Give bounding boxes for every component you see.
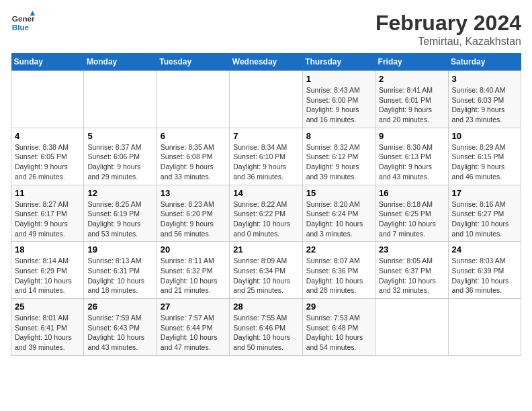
day-info: Sunrise: 8:27 AM Sunset: 6:17 PM Dayligh… (15, 199, 80, 239)
calendar-cell (375, 299, 448, 356)
day-number: 8 (306, 131, 371, 141)
calendar-week-row: 18Sunrise: 8:14 AM Sunset: 6:29 PM Dayli… (11, 242, 521, 299)
calendar-cell: 13Sunrise: 8:23 AM Sunset: 6:20 PM Dayli… (157, 185, 229, 242)
day-number: 13 (161, 188, 226, 198)
day-number: 15 (306, 188, 371, 198)
day-info: Sunrise: 8:11 AM Sunset: 6:32 PM Dayligh… (161, 256, 226, 295)
day-number: 2 (379, 74, 444, 84)
day-info: Sunrise: 8:40 AM Sunset: 6:03 PM Dayligh… (452, 85, 517, 125)
day-info: Sunrise: 8:07 AM Sunset: 6:36 PM Dayligh… (306, 256, 371, 295)
day-number: 1 (306, 74, 371, 84)
calendar-cell: 12Sunrise: 8:25 AM Sunset: 6:19 PM Dayli… (84, 185, 157, 242)
calendar-table: SundayMondayTuesdayWednesdayThursdayFrid… (11, 53, 521, 356)
weekday-label: Monday (84, 53, 157, 71)
calendar-cell: 6Sunrise: 8:35 AM Sunset: 6:08 PM Daylig… (157, 128, 229, 185)
day-number: 23 (379, 244, 444, 255)
day-number: 10 (452, 131, 517, 141)
calendar-cell: 27Sunrise: 7:57 AM Sunset: 6:44 PM Dayli… (157, 299, 229, 356)
calendar-cell: 26Sunrise: 7:59 AM Sunset: 6:43 PM Dayli… (84, 299, 157, 356)
weekday-header-row: SundayMondayTuesdayWednesdayThursdayFrid… (11, 53, 521, 71)
main-title: February 2024 (375, 11, 521, 36)
day-number: 12 (87, 188, 152, 198)
day-info: Sunrise: 8:32 AM Sunset: 6:12 PM Dayligh… (306, 142, 371, 182)
weekday-label: Wednesday (230, 53, 302, 71)
calendar-cell: 14Sunrise: 8:22 AM Sunset: 6:22 PM Dayli… (230, 185, 302, 242)
day-info: Sunrise: 8:43 AM Sunset: 6:00 PM Dayligh… (306, 85, 371, 125)
calendar-cell: 28Sunrise: 7:55 AM Sunset: 6:46 PM Dayli… (230, 299, 302, 356)
calendar-cell: 10Sunrise: 8:29 AM Sunset: 6:15 PM Dayli… (448, 128, 521, 185)
calendar-cell (11, 71, 84, 128)
day-info: Sunrise: 7:55 AM Sunset: 6:46 PM Dayligh… (233, 313, 298, 353)
day-info: Sunrise: 8:14 AM Sunset: 6:29 PM Dayligh… (15, 256, 80, 295)
day-info: Sunrise: 8:35 AM Sunset: 6:08 PM Dayligh… (161, 142, 226, 182)
calendar-cell: 15Sunrise: 8:20 AM Sunset: 6:24 PM Dayli… (302, 185, 375, 242)
day-info: Sunrise: 8:37 AM Sunset: 6:06 PM Dayligh… (87, 142, 152, 182)
day-info: Sunrise: 8:22 AM Sunset: 6:22 PM Dayligh… (233, 199, 298, 239)
weekday-label: Saturday (448, 53, 521, 71)
day-number: 28 (233, 302, 298, 312)
weekday-label: Friday (375, 53, 448, 71)
weekday-label: Thursday (302, 53, 375, 71)
day-info: Sunrise: 8:29 AM Sunset: 6:15 PM Dayligh… (452, 142, 517, 182)
day-info: Sunrise: 8:41 AM Sunset: 6:01 PM Dayligh… (379, 85, 444, 125)
day-number: 17 (452, 188, 517, 198)
day-number: 18 (15, 244, 80, 255)
calendar-cell: 20Sunrise: 8:11 AM Sunset: 6:32 PM Dayli… (157, 242, 229, 299)
day-info: Sunrise: 8:38 AM Sunset: 6:05 PM Dayligh… (15, 142, 80, 182)
calendar-week-row: 11Sunrise: 8:27 AM Sunset: 6:17 PM Dayli… (11, 185, 521, 242)
day-number: 11 (15, 188, 80, 198)
day-info: Sunrise: 8:09 AM Sunset: 6:34 PM Dayligh… (233, 256, 298, 295)
calendar-cell: 23Sunrise: 8:05 AM Sunset: 6:37 PM Dayli… (375, 242, 448, 299)
day-number: 6 (161, 131, 226, 141)
day-number: 14 (233, 188, 298, 198)
calendar-body: 1Sunrise: 8:43 AM Sunset: 6:00 PM Daylig… (11, 71, 521, 356)
day-info: Sunrise: 8:23 AM Sunset: 6:20 PM Dayligh… (161, 199, 226, 239)
calendar-cell: 22Sunrise: 8:07 AM Sunset: 6:36 PM Dayli… (302, 242, 375, 299)
day-number: 9 (379, 131, 444, 141)
day-number: 7 (233, 131, 298, 141)
logo: General Blue (11, 11, 35, 35)
calendar-cell: 5Sunrise: 8:37 AM Sunset: 6:06 PM Daylig… (84, 128, 157, 185)
calendar-cell: 17Sunrise: 8:16 AM Sunset: 6:27 PM Dayli… (448, 185, 521, 242)
day-info: Sunrise: 8:16 AM Sunset: 6:27 PM Dayligh… (452, 199, 517, 239)
calendar-cell: 3Sunrise: 8:40 AM Sunset: 6:03 PM Daylig… (448, 71, 521, 128)
calendar-cell (448, 299, 521, 356)
day-number: 3 (452, 74, 517, 84)
day-number: 22 (306, 244, 371, 255)
day-info: Sunrise: 8:05 AM Sunset: 6:37 PM Dayligh… (379, 256, 444, 295)
day-info: Sunrise: 8:03 AM Sunset: 6:39 PM Dayligh… (452, 256, 517, 295)
calendar-cell: 18Sunrise: 8:14 AM Sunset: 6:29 PM Dayli… (11, 242, 84, 299)
calendar-cell: 7Sunrise: 8:34 AM Sunset: 6:10 PM Daylig… (230, 128, 302, 185)
calendar-week-row: 1Sunrise: 8:43 AM Sunset: 6:00 PM Daylig… (11, 71, 521, 128)
weekday-label: Sunday (11, 53, 84, 71)
calendar-cell: 24Sunrise: 8:03 AM Sunset: 6:39 PM Dayli… (448, 242, 521, 299)
day-number: 24 (452, 244, 517, 255)
day-number: 21 (233, 244, 298, 255)
weekday-label: Tuesday (157, 53, 229, 71)
svg-marker-2 (30, 11, 35, 15)
day-number: 4 (15, 131, 80, 141)
day-info: Sunrise: 8:34 AM Sunset: 6:10 PM Dayligh… (233, 142, 298, 182)
calendar-cell: 25Sunrise: 8:01 AM Sunset: 6:41 PM Dayli… (11, 299, 84, 356)
day-info: Sunrise: 8:18 AM Sunset: 6:25 PM Dayligh… (379, 199, 444, 239)
day-info: Sunrise: 8:20 AM Sunset: 6:24 PM Dayligh… (306, 199, 371, 239)
day-number: 5 (87, 131, 152, 141)
day-number: 25 (15, 302, 80, 312)
calendar-cell (84, 71, 157, 128)
day-info: Sunrise: 8:25 AM Sunset: 6:19 PM Dayligh… (87, 199, 152, 239)
calendar-cell (157, 71, 229, 128)
calendar-cell (230, 71, 302, 128)
day-info: Sunrise: 7:57 AM Sunset: 6:44 PM Dayligh… (161, 313, 226, 353)
title-block: February 2024 Temirtau, Kazakhstan (375, 11, 521, 48)
subtitle: Temirtau, Kazakhstan (375, 36, 521, 48)
calendar-cell: 29Sunrise: 7:53 AM Sunset: 6:48 PM Dayli… (302, 299, 375, 356)
day-number: 20 (161, 244, 226, 255)
day-info: Sunrise: 8:30 AM Sunset: 6:13 PM Dayligh… (379, 142, 444, 182)
day-info: Sunrise: 8:01 AM Sunset: 6:41 PM Dayligh… (15, 313, 80, 353)
calendar-cell: 8Sunrise: 8:32 AM Sunset: 6:12 PM Daylig… (302, 128, 375, 185)
calendar-cell: 2Sunrise: 8:41 AM Sunset: 6:01 PM Daylig… (375, 71, 448, 128)
calendar-cell: 1Sunrise: 8:43 AM Sunset: 6:00 PM Daylig… (302, 71, 375, 128)
calendar-cell: 21Sunrise: 8:09 AM Sunset: 6:34 PM Dayli… (230, 242, 302, 299)
page-header: General Blue February 2024 Temirtau, Kaz… (11, 11, 521, 48)
calendar-cell: 11Sunrise: 8:27 AM Sunset: 6:17 PM Dayli… (11, 185, 84, 242)
